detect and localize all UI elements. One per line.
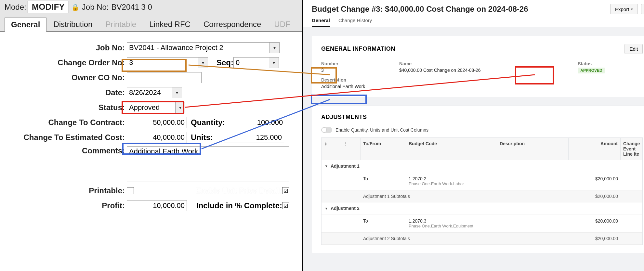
group-name: Adjustment 2 [331, 206, 360, 211]
legacy-tabs: General Distribution Printable Linked RF… [0, 14, 302, 32]
field-units[interactable] [224, 132, 284, 143]
chk-enable-unit-price[interactable]: ☑ [282, 187, 289, 194]
cell-tofrom: To [361, 214, 406, 232]
field-seq[interactable] [233, 57, 269, 68]
chevron-down-icon: ▾ [325, 164, 327, 168]
right-header: Budget Change #3: $40,000.00 Cost Change… [303, 0, 644, 14]
tab-printable: Printable [99, 18, 142, 32]
gi-description-value: Additional Earth Work [321, 84, 643, 89]
lbl-date: Date: [13, 88, 127, 97]
col-budget-code: Budget Code [406, 138, 497, 160]
gi-name-label: Name [399, 61, 565, 66]
lbl-quantity: Quantity: [191, 118, 225, 127]
heading-adjustments: ADJUSTMENTS [321, 114, 643, 121]
gi-status-label: Status [578, 61, 643, 66]
tab-general[interactable]: General [5, 18, 46, 32]
group-name: Adjustment 1 [331, 163, 360, 169]
cell-tofrom: To [361, 172, 406, 190]
gi-name-value: $40,000.00 Cost Change on 2024-08-26 [399, 68, 565, 73]
chevron-down-icon[interactable]: ▾ [198, 57, 208, 68]
lbl-profit: Profit: [13, 201, 127, 210]
subtotal-label: Adjustment 2 Subtotals [363, 236, 410, 241]
field-change-to-est-cost[interactable] [127, 132, 187, 143]
lbl-change-to-contract: Change To Contract: [13, 118, 127, 127]
card-adjustments: ADJUSTMENTS Enable Quantity, Units and U… [312, 106, 644, 253]
cell-amount: $20,000.00 [569, 172, 621, 190]
chevron-down-icon[interactable]: ▾ [176, 102, 185, 113]
lbl-units: Units: [191, 133, 213, 142]
lbl-printable: Printable: [13, 186, 127, 195]
tab-linked-rfc[interactable]: Linked RFC [143, 18, 197, 32]
field-owner-co-no[interactable] [127, 72, 202, 83]
group-header[interactable]: ▾ Adjustment 1 [322, 160, 642, 172]
adjustments-table: ⇕ ⋮ To/From Budget Code Description Amou… [321, 137, 643, 245]
field-change-to-contract[interactable] [127, 117, 187, 128]
field-jobno[interactable] [127, 42, 270, 53]
chevron-down-icon[interactable]: ▾ [270, 42, 280, 53]
r-tab-general[interactable]: General [312, 18, 330, 27]
right-tabs: General Change History [303, 14, 644, 27]
toggle-label: Enable Quantity, Units and Unit Cost Col… [335, 127, 428, 133]
chk-include-in-percent[interactable]: ☑ [282, 202, 289, 209]
lbl-seq: Seq: [217, 58, 233, 67]
table-row: To 1.2070.3 Phase One.Earth Work.Equipme… [322, 214, 642, 233]
chevron-down-icon[interactable]: ▾ [172, 87, 182, 98]
subtotal-row: Adjustment 1 Subtotals $20,000.00 [322, 190, 642, 202]
gi-description-label: Description [321, 77, 643, 83]
toggle-columns[interactable] [321, 127, 332, 133]
chk-printable[interactable] [127, 187, 134, 194]
lbl-change-order-no: Change Order No: [13, 58, 127, 67]
cell-code1: 1.2070.3 [409, 218, 494, 224]
cell-code1: 1.2070.2 [409, 176, 494, 181]
cell-code2: Phase One.Earth Work.Labor [409, 181, 494, 186]
heading-general-info: GENERAL INFORMATION [321, 45, 395, 52]
jobno-header-label: Job No: [82, 3, 109, 12]
cell-amount: $20,000.00 [569, 214, 621, 232]
table-header: ⇕ ⋮ To/From Budget Code Description Amou… [322, 138, 642, 160]
subtotal-amount: $20,000.00 [569, 190, 621, 202]
lbl-owner-co-no: Owner CO No: [13, 73, 127, 82]
lbl-status: Status: [13, 103, 127, 112]
edit-button[interactable]: Edit [624, 44, 643, 54]
toggle-row: Enable Quantity, Units and Unit Cost Col… [321, 127, 643, 133]
field-status[interactable] [127, 102, 176, 113]
lbl-include-in-percent: Include in % Complete: [196, 201, 282, 210]
cell-desc [497, 172, 569, 190]
subtotal-amount: $20,000.00 [569, 233, 621, 244]
lock-icon: 🔒 [72, 3, 79, 11]
tab-correspondence[interactable]: Correspondence [197, 18, 267, 32]
group-header[interactable]: ▾ Adjustment 2 [322, 202, 642, 214]
r-tab-change-history[interactable]: Change History [338, 18, 372, 27]
lbl-jobno: Job No: [13, 43, 127, 52]
field-change-order-no[interactable] [127, 57, 198, 68]
more-button[interactable]: ⋮ [641, 4, 644, 14]
col-more[interactable]: ⋮ [341, 138, 361, 160]
col-expand[interactable]: ⇕ [322, 138, 341, 160]
col-change-event-line: Change Event Line Ite [621, 138, 642, 160]
chevron-down-icon: ▾ [631, 7, 633, 11]
form-body: Job No: ▾ Change Order No: ▾ Seq: ▾ Owne… [0, 32, 302, 224]
modern-panel: Budget Change #3: $40,000.00 Cost Change… [303, 0, 644, 271]
field-date[interactable] [127, 87, 172, 98]
cell-code2: Phase One.Earth Work.Equipment [409, 224, 494, 228]
lbl-comments: Comments: [13, 146, 127, 155]
tab-udf: UDF [268, 18, 296, 32]
mode-value-box: MODIFY [28, 1, 69, 13]
card-general-info: GENERAL INFORMATION Edit Number 3 Name $… [312, 36, 644, 97]
gi-grid: Number 3 Name $40,000.00 Cost Change on … [321, 61, 643, 89]
field-comments[interactable] [127, 146, 289, 182]
legacy-panel: Mode: MODIFY 🔒 Job No: BV2041 3 0 Genera… [0, 0, 303, 271]
export-button-label: Export [615, 6, 629, 12]
lbl-enable-unit-price: Enable Unit Price Detail: [196, 187, 282, 195]
export-button[interactable]: Export ▾ [610, 4, 638, 14]
chevron-down-icon[interactable]: ▾ [269, 57, 279, 68]
gi-number-label: Number [321, 61, 386, 66]
status-badge: APPROVED [578, 68, 605, 73]
chevron-down-icon: ▾ [325, 206, 327, 211]
field-profit[interactable] [127, 200, 187, 211]
subtotal-row: Adjustment 2 Subtotals $20,000.00 [322, 233, 642, 245]
field-quantity[interactable] [225, 117, 285, 128]
tab-distribution[interactable]: Distribution [47, 18, 99, 32]
cell-desc [497, 214, 569, 232]
page-title: Budget Change #3: $40,000.00 Cost Change… [312, 5, 528, 14]
